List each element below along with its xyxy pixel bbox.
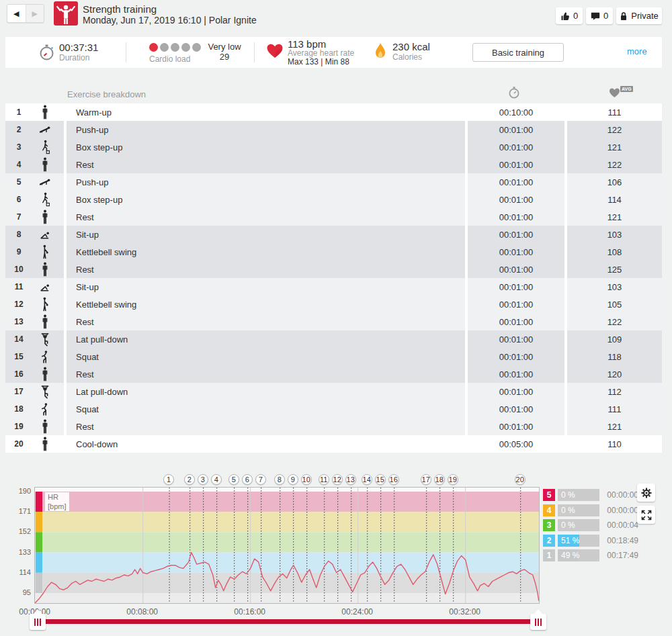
exercise-avg-hr-cell: 121	[567, 138, 662, 156]
lat-pull-down-icon	[36, 332, 54, 347]
exercise-number: 16	[5, 369, 32, 379]
exercise-avg-hr: 122	[607, 160, 622, 170]
exercise-duration-cell: 00:01:00	[468, 383, 564, 400]
exercise-avg-hr-cell: 118	[567, 348, 662, 365]
phase-marker: 16	[388, 474, 399, 485]
zone-time: 00:18:49	[591, 536, 638, 545]
exercise-duration: 00:01:00	[499, 282, 534, 292]
exercise-index-cell: 1	[5, 103, 64, 121]
slider-handle-right[interactable]	[530, 614, 546, 630]
phase-marker: 14	[362, 474, 372, 485]
exercise-number: 2	[5, 125, 32, 134]
exercise-index-cell: 7	[5, 208, 64, 226]
exercise-number: 11	[5, 282, 32, 291]
exercise-index-cell: 17	[5, 383, 64, 400]
exercise-duration-cell: 00:01:00	[468, 191, 564, 208]
training-benefit-button[interactable]: Basic training	[472, 43, 564, 62]
exercise-avg-hr-cell: 121	[567, 418, 662, 435]
exercise-name-cell: Box step-up	[67, 191, 465, 208]
exercise-name-cell: Lat pull-down	[67, 383, 465, 400]
zone-color-block	[36, 492, 42, 512]
y-axis-tick: 133	[12, 548, 31, 556]
person-standing-icon	[36, 262, 54, 277]
exercise-number: 19	[5, 422, 32, 431]
exercise-number: 15	[5, 352, 32, 361]
x-axis-tick: 00:24:00	[334, 607, 381, 617]
duration-value: 00:37:31	[59, 42, 98, 53]
zone-number-badge: 1	[543, 549, 555, 561]
table-row: 17Lat pull-down00:01:00112	[5, 383, 662, 400]
exercise-duration: 00:01:00	[499, 369, 534, 379]
exercise-avg-hr-cell: 111	[567, 103, 662, 121]
next-session-button[interactable]: ▶	[26, 5, 44, 22]
comment-button[interactable]: 0	[586, 7, 613, 24]
exercise-avg-hr-cell: 110	[567, 435, 662, 453]
exercise-number: 9	[5, 247, 32, 257]
exercise-avg-hr: 114	[607, 195, 622, 205]
exercise-name: Kettlebell swing	[76, 247, 136, 257]
exercise-duration: 00:01:00	[499, 352, 534, 362]
exercise-avg-hr: 103	[607, 282, 622, 292]
exercise-duration-cell: 00:01:00	[468, 173, 564, 191]
exercise-duration: 00:10:00	[499, 107, 534, 118]
exercise-avg-hr: 111	[608, 107, 622, 118]
exercise-avg-hr: 121	[607, 142, 622, 152]
timeline-slider-track[interactable]	[34, 619, 538, 624]
chart-settings-button[interactable]	[637, 484, 655, 502]
chart-expand-button[interactable]	[637, 506, 655, 524]
zone-percent-label: 49 %	[561, 551, 579, 560]
exercise-avg-hr: 110	[607, 439, 622, 449]
x-axis-tick: 00:32:00	[442, 607, 489, 617]
exercise-number: 1	[5, 107, 32, 117]
exercise-number: 12	[5, 300, 32, 309]
expand-icon	[641, 510, 652, 520]
hr-zone-band	[35, 532, 539, 552]
slider-handle-left[interactable]	[30, 614, 46, 630]
box-step-up-icon	[36, 192, 54, 207]
exercise-number: 5	[5, 177, 32, 187]
exercise-name: Lat pull-down	[76, 387, 128, 397]
squat-icon	[36, 402, 54, 416]
exercise-index-cell: 3	[5, 138, 64, 156]
privacy-button[interactable]: Private	[616, 7, 662, 24]
sit-up-icon	[36, 279, 54, 294]
person-standing-icon	[36, 105, 54, 120]
previous-session-button[interactable]: ◀	[7, 5, 26, 22]
exercise-avg-hr-cell: 106	[567, 173, 662, 191]
summary-stats-bar: 00:37:31 Duration Cardio load Very low 2…	[5, 37, 662, 68]
comment-count: 0	[603, 11, 608, 21]
exercise-breakdown-title: Exercise breakdown	[67, 89, 146, 99]
zone-legend-row: 251 %00:18:49	[543, 535, 672, 547]
exercise-number: 3	[5, 142, 32, 152]
exercise-duration: 00:01:00	[499, 125, 534, 135]
zone-number-badge: 2	[543, 535, 555, 547]
exercise-duration-cell: 00:01:00	[468, 365, 564, 383]
zone-color-block	[36, 573, 42, 593]
exercise-index-cell: 15	[5, 348, 64, 365]
exercise-name-cell: Kettlebell swing	[67, 243, 465, 261]
table-row: 13Rest00:01:00122	[5, 313, 662, 330]
zone-color-block	[36, 553, 42, 573]
y-axis-tick: 190	[12, 487, 31, 495]
exercise-duration-cell: 00:01:00	[468, 418, 564, 435]
exercise-avg-hr: 112	[607, 387, 622, 397]
exercise-number: 6	[5, 195, 32, 204]
more-link[interactable]: more	[627, 46, 647, 56]
below-zone-band	[35, 593, 539, 603]
exercise-duration-cell: 00:01:00	[468, 296, 564, 313]
table-row: 3Box step-up00:01:00121	[5, 138, 662, 156]
like-button[interactable]: 0	[556, 7, 583, 24]
exercise-index-cell: 19	[5, 418, 64, 435]
exercise-duration-cell: 00:01:00	[468, 313, 564, 330]
exercise-avg-hr-cell: 103	[567, 226, 662, 243]
x-axis-tick: 00:16:00	[226, 607, 274, 617]
phase-marker: 10	[301, 474, 312, 485]
stopwatch-icon	[508, 86, 520, 99]
exercise-avg-hr-cell: 112	[567, 383, 662, 400]
hr-zone-band	[35, 573, 539, 593]
y-axis-tick: 152	[12, 527, 31, 535]
exercise-duration: 00:01:00	[499, 247, 534, 257]
cardio-load-dot-filled	[149, 43, 158, 52]
phase-marker: 13	[345, 474, 356, 485]
hr-zone-band	[35, 553, 539, 573]
